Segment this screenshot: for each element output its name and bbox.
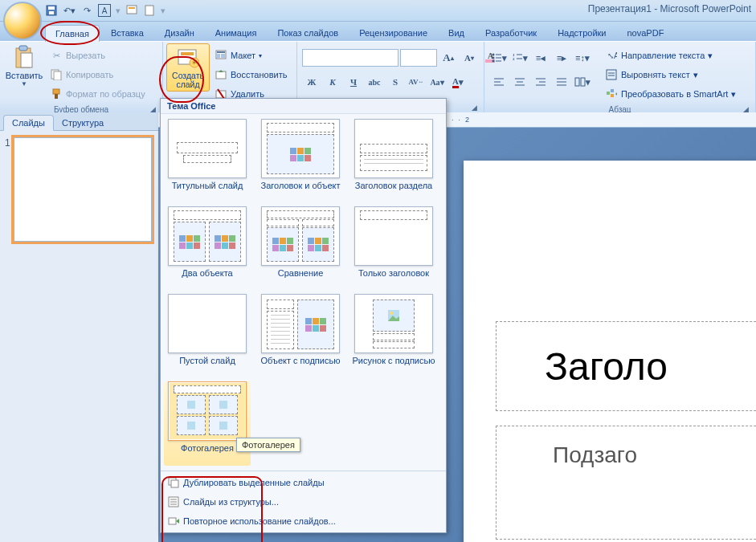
tab-addins[interactable]: Надстройки <box>548 25 615 41</box>
svg-rect-49 <box>581 78 585 86</box>
smartart-label: Преобразовать в SmartArt <box>621 89 728 99</box>
justify-icon[interactable] <box>552 72 571 92</box>
layout-thumb <box>261 294 340 353</box>
office-button[interactable] <box>3 2 42 40</box>
reset-label: Восстановить <box>231 70 287 79</box>
layout-label: Заголовок и объект <box>261 181 341 203</box>
text-direction-button[interactable]: ⤡A Направление текста ▾ <box>602 47 739 64</box>
reuse-slides-item[interactable]: Повторное использование слайдов... <box>161 511 446 531</box>
svg-rect-8 <box>21 53 32 67</box>
layout-item-section[interactable]: Заголовок раздела <box>350 119 437 203</box>
tab-review[interactable]: Рецензирование <box>349 25 437 41</box>
outline-tab[interactable]: Структура <box>54 116 112 130</box>
layout-item-blank[interactable]: Пустой слайд <box>164 294 251 378</box>
doc-qat-icon[interactable] <box>143 4 156 17</box>
cut-button[interactable]: ✂ Вырезать <box>47 47 149 64</box>
layout-thumb <box>168 381 247 441</box>
svg-rect-1 <box>48 6 55 10</box>
slides-tab[interactable]: Слайды <box>3 115 54 131</box>
layout-item-two-content[interactable]: Два объекта <box>164 206 251 291</box>
decrease-indent-icon[interactable]: ≡◂ <box>531 48 550 67</box>
title-bar: ↶▾ ↷ A ▾ ▾ Презентация1 - Microsoft Powe… <box>0 0 756 22</box>
svg-rect-21 <box>216 71 226 79</box>
align-right-icon[interactable] <box>531 72 550 92</box>
underline-icon[interactable]: Ч <box>344 72 363 92</box>
font-family-combo[interactable] <box>302 49 398 67</box>
new-slide-button[interactable]: ✶ Создать слайд <box>166 43 210 92</box>
tab-view[interactable]: Вид <box>439 25 474 41</box>
save-icon[interactable] <box>45 4 58 17</box>
layout-item-title-only[interactable]: Только заголовок <box>350 206 437 291</box>
undo-icon[interactable]: ↶▾ <box>63 4 76 17</box>
align-left-icon[interactable] <box>489 72 509 92</box>
layout-item-content-caption[interactable]: Объект с подписью <box>257 294 344 378</box>
bold-icon[interactable]: Ж <box>302 72 321 92</box>
reset-button[interactable]: Восстановить <box>211 66 290 84</box>
svg-rect-20 <box>221 54 225 58</box>
columns-icon[interactable]: ▾ <box>573 72 592 92</box>
line-spacing-icon[interactable]: ≡↕▾ <box>573 48 592 67</box>
svg-rect-2 <box>49 11 54 14</box>
duplicate-slides-item[interactable]: Дублировать выделенные слайды <box>161 473 446 492</box>
layout-thumb <box>354 294 433 353</box>
font-outline-icon[interactable]: A <box>98 4 111 17</box>
format-painter-label: Формат по образцу <box>66 89 145 99</box>
layout-label: Объект с подписью <box>261 356 341 378</box>
redo-icon[interactable]: ↷ <box>80 4 93 17</box>
tab-developer[interactable]: Разработчик <box>476 25 546 41</box>
format-painter-button[interactable]: Формат по образцу <box>47 85 149 103</box>
layout-thumb <box>261 119 340 178</box>
char-spacing-icon[interactable]: AV↔ <box>407 72 426 92</box>
layout-item-title-content[interactable]: Заголовок и объект <box>257 119 344 203</box>
reset-icon <box>215 68 227 81</box>
font-color-icon[interactable]: A▾ <box>448 72 468 92</box>
tab-slideshow[interactable]: Показ слайдов <box>268 25 348 41</box>
tab-novapdf[interactable]: novaPDF <box>618 25 674 41</box>
increase-indent-icon[interactable]: ≡▸ <box>552 48 571 67</box>
italic-icon[interactable]: К <box>323 72 342 92</box>
title-placeholder[interactable]: Заголо <box>496 321 756 411</box>
layout-item-picture-caption[interactable]: Рисунок с подписью <box>350 294 437 378</box>
tab-design[interactable]: Дизайн <box>155 25 204 41</box>
layout-item-title[interactable]: Титульный слайд <box>164 119 251 203</box>
layout-item-comparison[interactable]: Сравнение <box>257 206 344 291</box>
smartart-icon <box>605 88 618 100</box>
layout-label: Фотогалерея <box>181 443 234 466</box>
svg-rect-62 <box>219 422 227 430</box>
font-size-combo[interactable] <box>400 49 437 67</box>
svg-rect-54 <box>607 92 610 95</box>
layout-thumb <box>168 206 247 266</box>
strike-icon[interactable]: abc <box>365 72 384 92</box>
layout-gallery: Титульный слайдЗаголовок и объектЗаголов… <box>161 114 446 471</box>
tab-insert[interactable]: Вставка <box>101 25 153 41</box>
layout-label: Сравнение <box>278 268 324 291</box>
layout-thumb <box>354 206 433 266</box>
new-slide-qat-icon[interactable] <box>125 4 138 17</box>
svg-point-58 <box>390 312 393 315</box>
new-slide-label: Создать слайд <box>170 71 206 89</box>
slides-from-outline-item[interactable]: Слайды из структуры... <box>161 492 446 511</box>
svg-rect-48 <box>575 78 579 86</box>
layout-item-photo-gallery[interactable]: Фотогалерея <box>164 381 251 466</box>
shadow-icon[interactable]: S <box>386 72 405 92</box>
smartart-button[interactable]: Преобразовать в SmartArt ▾ <box>602 85 739 103</box>
tab-home[interactable]: Главная <box>45 25 100 42</box>
paste-button[interactable]: Вставить ▼ <box>3 43 45 89</box>
grow-font-icon[interactable]: A▴ <box>439 48 458 67</box>
change-case-icon[interactable]: Aa▾ <box>427 72 447 92</box>
slide-thumbnail-1[interactable] <box>14 137 152 242</box>
layout-label: Два объекта <box>182 268 232 291</box>
copy-button[interactable]: Копировать <box>47 66 149 84</box>
align-text-button[interactable]: Выровнять текст ▾ <box>602 66 739 84</box>
bullets-icon[interactable]: ▾ <box>489 48 509 67</box>
layout-label: Заголовок раздела <box>355 181 432 203</box>
tab-animation[interactable]: Анимация <box>206 25 267 41</box>
numbering-icon[interactable]: 12▾ <box>510 48 529 67</box>
shrink-font-icon[interactable]: A▾ <box>460 48 479 67</box>
slide-canvas[interactable]: Заголо Подзаго <box>464 161 756 542</box>
ribbon-tabs: Главная Вставка Дизайн Анимация Показ сл… <box>0 22 756 41</box>
layout-button[interactable]: Макет ▾ <box>211 47 290 64</box>
subtitle-placeholder[interactable]: Подзаго <box>496 426 756 540</box>
svg-point-28 <box>492 57 495 59</box>
align-center-icon[interactable] <box>510 72 529 92</box>
